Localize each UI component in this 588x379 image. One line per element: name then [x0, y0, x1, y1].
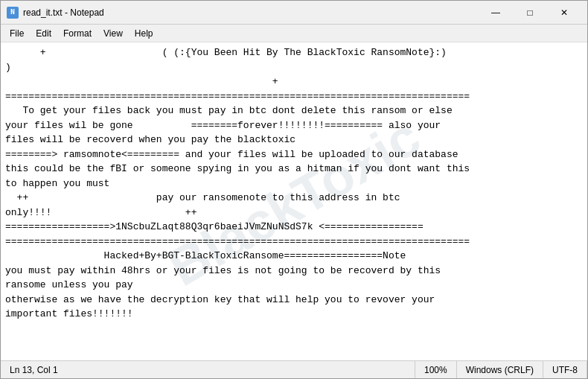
minimize-button[interactable]: —	[479, 1, 513, 25]
status-position: Ln 13, Col 1	[10, 365, 58, 375]
maximize-button[interactable]: □	[513, 1, 547, 25]
window-title: read_it.txt - Notepad	[23, 7, 479, 18]
menu-format[interactable]: Format	[57, 27, 98, 40]
menu-view[interactable]: View	[98, 27, 129, 40]
titlebar: N read_it.txt - Notepad — □ ✕	[1, 1, 587, 25]
app-icon: N	[7, 7, 19, 19]
status-zoom-section: 100%	[415, 361, 457, 378]
window-controls: — □ ✕	[479, 1, 581, 25]
menubar: File Edit Format View Help	[1, 25, 587, 42]
notepad-window: N read_it.txt - Notepad — □ ✕ File Edit …	[0, 0, 588, 379]
close-button[interactable]: ✕	[547, 1, 581, 25]
scroll-area[interactable]: BlackToxic + ( (:{You Been Hit By The Bl…	[1, 42, 587, 360]
status-line-ending-section: Windows (CRLF)	[457, 361, 543, 378]
editor-area: BlackToxic + ( (:{You Been Hit By The Bl…	[1, 42, 587, 360]
text-content[interactable]: + ( (:{You Been Hit By The BlackToxic Ra…	[5, 45, 583, 357]
status-line-ending: Windows (CRLF)	[466, 365, 534, 375]
status-zoom: 100%	[424, 365, 447, 375]
status-position-section: Ln 13, Col 1	[1, 361, 415, 378]
status-encoding-section: UTF-8	[543, 361, 587, 378]
menu-help[interactable]: Help	[129, 27, 159, 40]
menu-file[interactable]: File	[4, 27, 30, 40]
statusbar: Ln 13, Col 1 100% Windows (CRLF) UTF-8	[1, 360, 587, 378]
status-encoding: UTF-8	[552, 365, 578, 375]
menu-edit[interactable]: Edit	[30, 27, 57, 40]
